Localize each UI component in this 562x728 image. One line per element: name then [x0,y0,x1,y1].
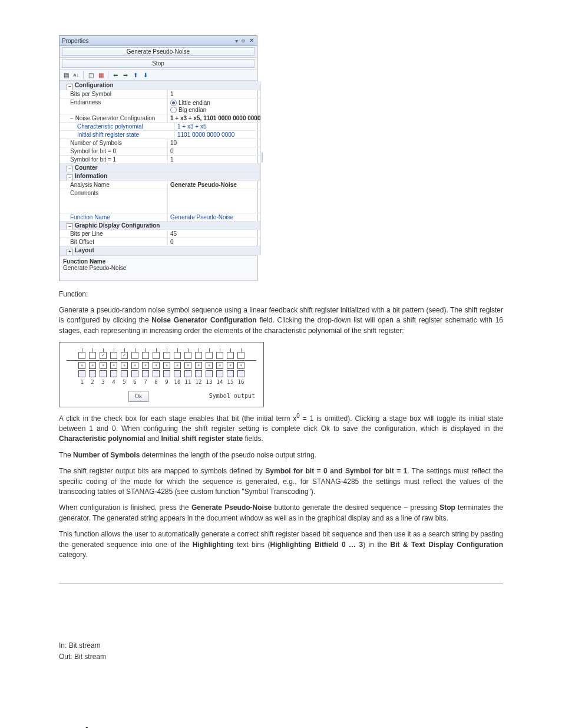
radio-big-endian[interactable]: Big endian [170,107,260,114]
schematic-ok-button[interactable]: Ok [128,391,148,402]
sr-stage-13[interactable] [206,370,213,377]
sr-xor-6: + [131,362,138,369]
sr-stage-2[interactable] [89,370,96,377]
categorized-icon[interactable]: ▤ [62,71,70,79]
radio-little-endian[interactable]: Little endian [170,100,260,107]
sr-xor-4: + [110,362,117,369]
sr-xor-8: + [153,362,160,369]
sr-stage-9[interactable] [163,370,170,377]
sr-stage-4[interactable] [110,370,117,377]
panel-dropdown-icon[interactable]: ▾ [235,38,238,44]
row-symbol-for-bit-1[interactable]: Symbol for bit = 1 1 [59,156,260,164]
grid-icon[interactable]: ◫ [87,71,95,79]
section-configuration[interactable]: −Configuration [59,81,260,90]
page-icon[interactable]: ▦ [97,71,105,79]
row-function-name[interactable]: Function Name Generate Pseudo-Noise [59,213,260,222]
sr-checkbox-15[interactable] [227,352,234,359]
row-number-of-symbols[interactable]: Number of Symbols 10 [59,139,260,147]
sort-az-icon[interactable]: A↓ [72,71,80,79]
paragraph-2: A click in the check box for each stage … [59,412,503,444]
sr-checkbox-2[interactable] [89,352,96,359]
row-bits-per-symbol[interactable]: Bits per Symbol 1 [59,90,260,98]
section-counter[interactable]: −Counter [59,164,260,173]
row-bits-per-line[interactable]: Bits per Line 45 [59,230,260,238]
sr-checkbox-7[interactable] [142,352,149,359]
section-information[interactable]: −Information [59,172,260,181]
sr-tap-13[interactable] [204,348,214,359]
arrow-up-icon[interactable]: ⬆ [131,71,140,79]
sr-xor-3: + [100,362,107,369]
sr-stage-number: 8 [151,378,161,386]
sr-stage-8[interactable] [153,370,160,377]
sr-tap-8[interactable] [151,348,161,359]
scrollbar[interactable] [260,81,261,255]
sr-checkbox-6[interactable] [131,352,138,359]
pin-icon[interactable]: ⌾ [240,38,246,44]
toolbar-separator [83,71,84,79]
arrow-right-icon[interactable]: ➡ [121,71,130,79]
sr-stage-12[interactable] [195,370,202,377]
row-characteristic-polynomial[interactable]: Characteristic polynomial 1 + x3 + x5 [59,123,260,131]
sr-stage-3[interactable] [100,370,107,377]
sr-checkbox-9[interactable] [163,352,170,359]
row-comments[interactable]: Comments [59,189,260,213]
sr-tap-1[interactable] [77,348,87,359]
sr-stage-11[interactable] [184,370,191,377]
sr-tap-9[interactable] [162,348,171,359]
sr-tap-15[interactable] [226,348,235,359]
row-symbol-for-bit-0[interactable]: Symbol for bit = 0 0 [59,147,260,156]
sr-checkbox-1[interactable] [78,352,85,359]
sr-stage-14[interactable] [216,370,223,377]
row-analysis-name[interactable]: Analysis Name Generate Pseudo-Noise [59,181,260,189]
symbol-output-label: Symbol output [209,392,255,401]
sr-stage-7[interactable] [142,370,149,377]
sr-xor-7: + [142,362,149,369]
section-layout[interactable]: +Layout [59,246,260,255]
sr-checkbox-11[interactable] [184,352,191,359]
sr-checkbox-8[interactable] [153,352,160,359]
sr-checkbox-13[interactable] [206,352,213,359]
sr-tap-4[interactable] [109,348,118,359]
sr-checkbox-3[interactable] [100,352,107,359]
generate-button[interactable]: Generate Pseudo-Noise [62,47,254,56]
sr-tap-14[interactable] [215,348,224,359]
sr-stage-10[interactable] [174,370,181,377]
row-noise-gen-config[interactable]: − Noise Generator Configuration 1 + x3 +… [59,114,260,123]
close-icon[interactable]: ✕ [249,38,254,44]
arrow-left-icon[interactable]: ⬅ [111,71,120,79]
sr-checkbox-4[interactable] [110,352,117,359]
sr-checkbox-5[interactable] [121,352,128,359]
sr-stage-15[interactable] [227,370,234,377]
sr-tap-10[interactable] [173,348,182,359]
arrow-down-icon[interactable]: ⬇ [141,71,150,79]
sr-tap-7[interactable] [141,348,150,359]
sr-checkbox-12[interactable] [195,352,202,359]
sr-checkbox-10[interactable] [174,352,181,359]
sr-tap-12[interactable] [194,348,203,359]
sr-stage-16[interactable] [237,370,244,377]
sr-tap-11[interactable] [183,348,193,359]
row-initial-shift-register-state[interactable]: Initial shift register state 1101 0000 0… [59,131,260,139]
sr-tap-2[interactable] [88,348,97,359]
properties-panel: Properties ▾ ⌾ ✕ Generate Pseudo-Noise S… [59,35,257,281]
horizontal-rule [59,584,503,584]
scrollbar-thumb[interactable] [262,152,263,163]
sr-stage-1[interactable] [78,370,85,377]
sr-checkbox-16[interactable] [237,352,244,359]
stop-button[interactable]: Stop [62,59,254,68]
sr-tap-16[interactable] [236,348,246,359]
sr-tap-3[interactable] [98,348,108,359]
section-graphic-display[interactable]: −Graphic Display Configuration [59,222,260,230]
row-bit-offset[interactable]: Bit Offset 0 [59,238,260,246]
io-out: Out: Bit stream [59,651,503,663]
sr-xor-11: + [184,362,191,369]
sr-tap-5[interactable] [120,348,129,359]
sr-xor-13: + [206,362,213,369]
sr-checkbox-14[interactable] [216,352,223,359]
sr-stage-6[interactable] [131,370,138,377]
row-endianness[interactable]: Endianness Little endian Big endian [59,98,260,114]
sr-xor-9: + [163,362,170,369]
sr-stage-5[interactable] [121,370,128,377]
sr-tap-6[interactable] [130,348,140,359]
description-pane: Function Name Generate Pseudo-Noise [59,255,257,281]
